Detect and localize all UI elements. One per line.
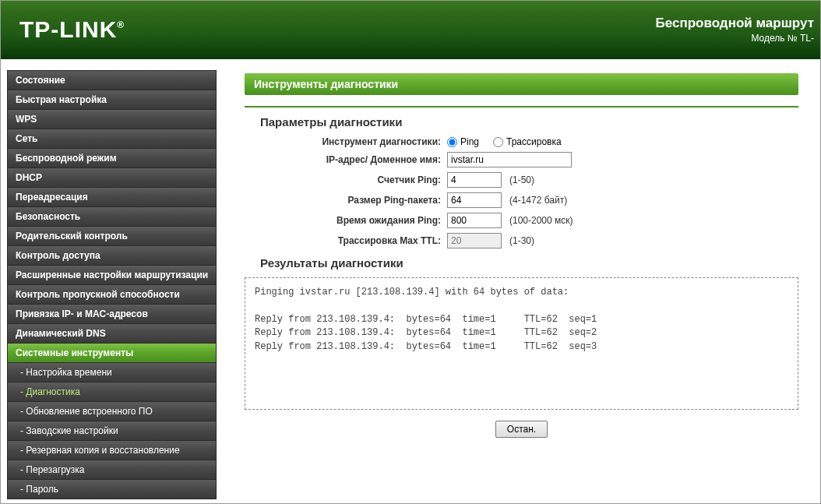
sidebar-item-14[interactable]: Системные инструменты — [7, 343, 217, 362]
header-right: Беспроводной маршрут Модель № TL- — [656, 16, 814, 44]
sidebar-item-9[interactable]: Контроль доступа — [7, 245, 217, 265]
radio-trace-input[interactable] — [493, 137, 503, 147]
size-hint: (4-1472 байт) — [509, 195, 567, 206]
sidebar-item-19[interactable]: - Резервная копия и восстановление — [7, 440, 217, 460]
sidebar-item-7[interactable]: Безопасность — [7, 206, 217, 226]
sidebar-item-0[interactable]: Состояние — [7, 70, 217, 90]
radio-trace-label: Трассировка — [506, 136, 562, 147]
divider — [245, 106, 798, 107]
ttl-input — [447, 233, 502, 248]
sidebar-item-6[interactable]: Переадресация — [7, 187, 217, 206]
timeout-input[interactable] — [447, 213, 502, 228]
radio-ping-input[interactable] — [447, 137, 457, 147]
sidebar-item-8[interactable]: Родительский контроль — [7, 226, 217, 245]
timeout-label: Время ожидания Ping: — [245, 215, 447, 226]
sidebar-item-10[interactable]: Расширенные настройки маршрутизации — [7, 265, 217, 284]
results-output: Pinging ivstar.ru [213.108.139.4] with 6… — [245, 277, 798, 410]
ip-label: IP-адрес/ Доменное имя: — [245, 154, 447, 165]
timeout-hint: (100-2000 мск) — [509, 215, 573, 226]
body-wrap: СостояниеБыстрая настройкаWPSСетьБеспров… — [1, 59, 820, 502]
brand-text: TP-LINK — [19, 16, 117, 42]
brand-logo: TP-LINK® — [19, 16, 125, 43]
sidebar-item-5[interactable]: DHCP — [7, 167, 217, 187]
radio-trace[interactable]: Трассировка — [493, 136, 562, 147]
product-title: Беспроводной маршрут — [656, 16, 814, 31]
registered-mark: ® — [117, 19, 125, 30]
app-window: TP-LINK® Беспроводной маршрут Модель № T… — [0, 0, 821, 504]
sidebar-item-12[interactable]: Привязка IP- и MAC-адресов — [7, 304, 217, 323]
section-results-heading: Результаты диагностики — [260, 256, 798, 270]
main-content: Инструменты диагностики Параметры диагно… — [223, 59, 820, 502]
sidebar-item-21[interactable]: - Пароль — [7, 479, 217, 499]
sidebar-item-2[interactable]: WPS — [7, 109, 217, 129]
sidebar-item-1[interactable]: Быстрая настройка — [7, 90, 217, 109]
sidebar-item-4[interactable]: Беспроводной режим — [7, 148, 217, 167]
sidebar-item-13[interactable]: Динамический DNS — [7, 323, 217, 343]
size-label: Размер Ping-пакета: — [245, 195, 447, 206]
count-hint: (1-50) — [509, 174, 534, 185]
ttl-hint: (1-30) — [509, 235, 534, 246]
stop-button[interactable]: Остан. — [495, 421, 548, 438]
count-input[interactable] — [447, 172, 502, 188]
sidebar-item-3[interactable]: Сеть — [7, 129, 217, 148]
sidebar-item-18[interactable]: - Заводские настройки — [7, 421, 217, 440]
header: TP-LINK® Беспроводной маршрут Модель № T… — [1, 1, 820, 59]
section-params-heading: Параметры диагностики — [260, 115, 798, 129]
radio-ping[interactable]: Ping — [447, 136, 479, 147]
sidebar-item-11[interactable]: Контроль пропускной способности — [7, 284, 217, 304]
size-input[interactable] — [447, 192, 502, 208]
page-title: Инструменты диагностики — [245, 73, 798, 95]
sidebar-item-15[interactable]: - Настройка времени — [7, 362, 217, 382]
count-label: Счетчик Ping: — [245, 174, 447, 185]
radio-ping-label: Ping — [460, 136, 479, 147]
sidebar-item-17[interactable]: - Обновление встроенного ПО — [7, 401, 217, 421]
ip-input[interactable] — [447, 152, 572, 167]
ttl-label: Трассировка Max TTL: — [245, 235, 447, 246]
tool-label: Инструмент диагностики: — [245, 136, 447, 147]
sidebar: СостояниеБыстрая настройкаWPSСетьБеспров… — [1, 59, 223, 502]
sidebar-item-20[interactable]: - Перезагрузка — [7, 460, 217, 479]
sidebar-item-16[interactable]: - Диагностика — [7, 382, 217, 401]
product-model: Модель № TL- — [656, 33, 814, 44]
